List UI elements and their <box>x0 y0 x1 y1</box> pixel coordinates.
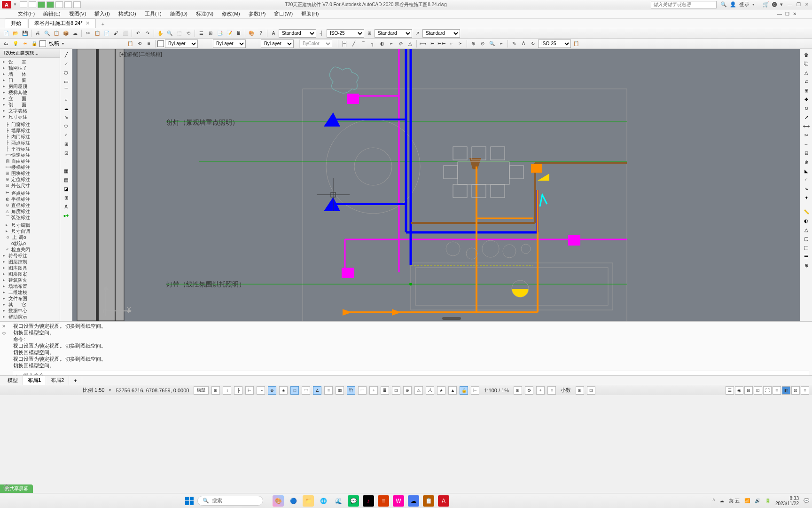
selcycle-button[interactable]: ⿻ <box>347 386 355 395</box>
array-button[interactable]: ⊞ <box>801 86 812 95</box>
layer-color-box[interactable] <box>39 40 46 47</box>
point-button[interactable]: · <box>61 158 71 166</box>
textstyle-dropdown[interactable]: Standard <box>279 29 316 38</box>
menu-help[interactable]: 帮助(H) <box>297 9 322 18</box>
tree-blockdim[interactable]: ⊞图块标注 <box>2 170 58 176</box>
canvas-scrollbar-h[interactable] <box>442 317 461 320</box>
region-button[interactable]: ◪ <box>61 184 71 193</box>
tree-diadim[interactable]: ⊘直径标注 <box>2 202 58 208</box>
tab-layout2[interactable]: 布局2 <box>46 376 69 385</box>
dimtedit-button[interactable]: A <box>519 40 528 48</box>
fillet-button[interactable]: ◜ <box>801 175 812 184</box>
zoomwin-button[interactable]: ⬚ <box>175 29 183 38</box>
tray2-button[interactable]: ⊡ <box>791 386 800 395</box>
line-button[interactable]: ╱ <box>61 50 71 59</box>
hw-button[interactable]: ☰ <box>726 386 734 395</box>
vpmax-icon[interactable]: ⊞ <box>514 386 522 395</box>
exchange-icon[interactable]: 🛒 <box>763 1 769 8</box>
task-autocad[interactable]: A <box>438 495 449 507</box>
block-button[interactable]: ⬜ <box>121 29 130 38</box>
tree-angdim[interactable]: △角度标注 <box>2 208 58 214</box>
sheet-button[interactable]: 📑 <box>216 29 224 38</box>
command-history[interactable]: 视口设置为锁定视图。切换到图纸空间。 切换回模型空间。 命令: 视口设置为锁定视… <box>10 322 812 375</box>
login-text[interactable]: 登录 <box>739 1 750 8</box>
new-button[interactable]: 📄 <box>2 29 10 38</box>
dim-space-button[interactable]: ↔ <box>447 40 455 48</box>
copy-button[interactable]: 📋 <box>93 29 102 38</box>
app-logo-dropdown[interactable]: ▼ <box>13 2 17 7</box>
tree-indoordim[interactable]: ├内门标注 <box>2 134 58 140</box>
insert-button[interactable]: ⊞ <box>61 140 71 148</box>
restore-button[interactable]: ❐ <box>795 1 802 8</box>
cloud-button[interactable]: ☁ <box>71 29 79 38</box>
dimedit-button[interactable]: ✎ <box>510 40 518 48</box>
tree-elevation[interactable]: ▸立 <box>2 95 13 102</box>
tray-up-icon[interactable]: ^ <box>712 498 715 503</box>
tray-ime[interactable]: 英 五 <box>729 498 740 504</box>
vpscale-icon[interactable]: ⊢ <box>471 386 479 395</box>
menu-parametric[interactable]: 参数(P) <box>245 9 270 18</box>
print-icon[interactable] <box>55 1 63 8</box>
circle-button[interactable]: ○ <box>61 95 71 103</box>
offset-button[interactable]: ⊂ <box>801 77 812 86</box>
transp-button[interactable]: ▦ <box>336 386 344 395</box>
annoscale2-icon[interactable]: ★ <box>437 386 445 395</box>
viewport-label[interactable]: [+][俯视][二维线框] <box>119 51 162 58</box>
tree-raddim[interactable]: ◐半径标注 <box>2 196 58 202</box>
mleaderstyle-icon[interactable]: ↗ <box>413 29 422 38</box>
login-icon[interactable]: 👤 <box>730 1 736 8</box>
tree-door[interactable]: ▸门 <box>2 77 13 83</box>
infer-button[interactable]: ├ <box>234 386 242 395</box>
layer-lock-button[interactable]: 🔓 <box>30 40 39 48</box>
help-button[interactable]: ? <box>257 29 265 38</box>
pan-button[interactable]: ✋ <box>156 29 164 38</box>
iso-button[interactable]: ◈ <box>279 386 288 395</box>
dimstyle-current-dropdown[interactable]: ISO-25 <box>538 40 571 48</box>
tree-section[interactable]: ▸剖 <box>2 102 13 108</box>
tree-text[interactable]: ▸文字表格 <box>2 108 58 114</box>
tree-filelayout[interactable]: ▸文件布图 <box>2 295 58 302</box>
tree-default[interactable]: o默认o <box>2 240 58 246</box>
tray-button[interactable]: ◧ <box>782 386 790 395</box>
copy-obj-button[interactable]: ⿻ <box>801 59 812 68</box>
makeblock-button[interactable]: ⊡ <box>61 149 71 157</box>
dim-ang-button[interactable]: △ <box>406 40 414 48</box>
list-button[interactable]: ☰ <box>801 252 812 261</box>
cut-button[interactable]: ✂ <box>84 29 92 38</box>
menu-window[interactable]: 窗口(W) <box>270 9 297 18</box>
tree-up[interactable]: o上 <box>6 234 17 240</box>
dim-dia-button[interactable]: ⊘ <box>397 40 405 48</box>
menu-edit[interactable]: 编辑(E) <box>39 9 64 18</box>
task-chrome[interactable]: 🌐 <box>318 495 329 507</box>
print-button[interactable]: 🖨 <box>33 29 42 38</box>
mleaderstyle-dropdown[interactable]: Standard <box>422 29 460 38</box>
customize-button[interactable]: ≡ <box>773 386 781 395</box>
command-input[interactable] <box>23 373 806 375</box>
layer-freeze-button[interactable]: ☀ <box>21 40 29 48</box>
layer-iso-button[interactable]: ≡ <box>145 40 153 48</box>
tree-site[interactable]: ▸场地布置 <box>2 283 58 289</box>
dimupdate-button[interactable]: ↻ <box>529 40 537 48</box>
clean-button[interactable]: ⊡ <box>754 386 762 395</box>
tab-add-button[interactable]: + <box>97 20 109 28</box>
task-explorer[interactable]: 📁 <box>303 495 314 507</box>
menu-dimension[interactable]: 标注(N) <box>192 9 217 18</box>
tray-onedrive-icon[interactable]: ☁ <box>719 498 724 503</box>
dyninput-button[interactable]: + <box>369 386 378 395</box>
erase-button[interactable]: 🗑 <box>801 50 812 59</box>
redo-icon[interactable] <box>73 1 81 8</box>
tree-wall[interactable]: ▸墙 <box>2 71 13 77</box>
break-button[interactable]: ⊟ <box>801 149 812 157</box>
render-button[interactable]: 🎨 <box>247 29 256 38</box>
layer-state-button[interactable]: 🗂 <box>2 40 10 48</box>
tree-check[interactable]: ✓检查关闭 <box>2 246 58 253</box>
measure-ang[interactable]: △ <box>801 225 812 234</box>
tree-freedim[interactable]: 自自由标注 <box>2 158 58 164</box>
lwt-button[interactable]: ≡ <box>324 386 333 395</box>
tree-lib[interactable]: ▸图库图具 <box>2 265 58 271</box>
tree-axis[interactable]: ▸轴网柱子 <box>2 65 58 71</box>
ortho-button[interactable]: └ <box>257 386 265 395</box>
cmd-close-icon[interactable]: ✕ <box>1 323 9 330</box>
selfiltering-button[interactable]: ⊡ <box>392 386 400 395</box>
polygon-button[interactable]: ⬠ <box>61 68 71 77</box>
